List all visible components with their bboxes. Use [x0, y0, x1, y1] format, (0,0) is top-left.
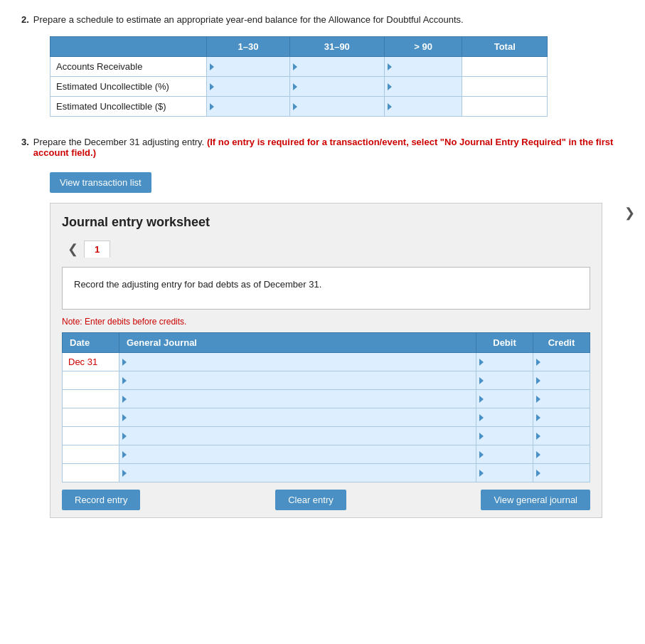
table-row: Estimated Uncollectible (%) [50, 77, 548, 97]
journal-header-date: Date [63, 333, 119, 353]
journal-input-3[interactable] [119, 390, 476, 408]
table-row [63, 371, 590, 390]
debit-input-1[interactable] [476, 353, 533, 371]
journal-input-4[interactable] [119, 408, 476, 427]
credit-input-3[interactable] [533, 390, 590, 408]
ar-total-input[interactable] [462, 57, 548, 77]
schedule-header-empty [50, 37, 207, 57]
journal-worksheet: Journal entry worksheet ❮ 1 Record the a… [50, 203, 602, 518]
journal-header-debit: Debit [476, 333, 533, 353]
row-label-pct: Estimated Uncollectible (%) [50, 77, 207, 97]
pct-gt90-input[interactable] [384, 77, 462, 97]
credit-input-7[interactable] [533, 464, 590, 482]
question-2: 2. Prepare a schedule to estimate an app… [21, 14, 624, 117]
pct-1-30-input[interactable] [207, 77, 290, 97]
credit-input-5[interactable] [533, 427, 590, 445]
credit-input-6[interactable] [533, 445, 590, 464]
view-general-journal-button[interactable]: View general journal [481, 490, 590, 510]
date-cell-empty-2 [63, 390, 119, 408]
schedule-header-31-90: 31–90 [289, 37, 384, 57]
date-cell-dec31: Dec 31 [63, 353, 119, 371]
pct-total-input[interactable] [462, 77, 548, 97]
date-cell-empty-5 [63, 445, 119, 464]
record-entry-button[interactable]: Record entry [62, 490, 140, 510]
table-row: Dec 31 [63, 353, 590, 371]
dollar-31-90-input[interactable] [289, 97, 384, 117]
question-3: 3. Prepare the December 31 adjusting ent… [21, 137, 624, 518]
dollar-gt90-input[interactable] [384, 97, 462, 117]
table-row [63, 408, 590, 427]
journal-header-credit: Credit [533, 333, 590, 353]
credit-input-1[interactable] [533, 353, 590, 371]
ar-1-30-input[interactable] [207, 57, 290, 77]
table-row [63, 464, 590, 482]
table-row: Estimated Uncollectible ($) [50, 97, 548, 117]
q3-number: 3. [21, 137, 29, 147]
instruction-box: Record the adjusting entry for bad debts… [62, 267, 590, 310]
q2-number: 2. [21, 14, 29, 25]
schedule-header-total: Total [462, 37, 548, 57]
date-cell-empty-6 [63, 464, 119, 482]
schedule-header-gt90: > 90 [384, 37, 462, 57]
tab-1[interactable]: 1 [84, 241, 110, 258]
ar-31-90-input[interactable] [289, 57, 384, 77]
bottom-buttons-bar: Record entry Clear entry View general jo… [62, 482, 590, 517]
row-label-dollar: Estimated Uncollectible ($) [50, 97, 207, 117]
clear-entry-button[interactable]: Clear entry [275, 490, 346, 510]
date-cell-empty-3 [63, 408, 119, 427]
ar-gt90-input[interactable] [384, 57, 462, 77]
journal-input-6[interactable] [119, 445, 476, 464]
debit-input-2[interactable] [476, 371, 533, 390]
journal-input-7[interactable] [119, 464, 476, 482]
row-label-ar: Accounts Receivable [50, 57, 207, 77]
journal-input-5[interactable] [119, 427, 476, 445]
debit-input-7[interactable] [476, 464, 533, 482]
journal-input-1[interactable] [119, 353, 476, 371]
journal-header-general: General Journal [119, 333, 476, 353]
debit-input-3[interactable] [476, 390, 533, 408]
prev-tab-arrow[interactable]: ❮ [62, 238, 84, 260]
debit-input-6[interactable] [476, 445, 533, 464]
table-row: Accounts Receivable [50, 57, 548, 77]
table-row [63, 390, 590, 408]
next-tab-arrow[interactable]: ❯ [624, 205, 635, 221]
journal-title: Journal entry worksheet [62, 215, 590, 230]
note-text: Note: Enter debits before credits. [62, 317, 590, 327]
table-row [63, 445, 590, 464]
pct-31-90-input[interactable] [289, 77, 384, 97]
date-cell-empty-4 [63, 427, 119, 445]
q3-text-normal: Prepare the December 31 adjusting entry. [33, 137, 204, 147]
debit-input-4[interactable] [476, 408, 533, 427]
journal-input-2[interactable] [119, 371, 476, 390]
credit-input-4[interactable] [533, 408, 590, 427]
tab-navigation: ❮ 1 [62, 238, 590, 260]
dollar-total-input[interactable] [462, 97, 548, 117]
q2-text: Prepare a schedule to estimate an approp… [33, 14, 464, 25]
instruction-text: Record the adjusting entry for bad debts… [74, 279, 321, 290]
schedule-header-1-30: 1–30 [207, 37, 290, 57]
debit-input-5[interactable] [476, 427, 533, 445]
schedule-table: 1–30 31–90 > 90 Total Accounts Receivabl… [50, 36, 548, 117]
date-cell-empty-1 [63, 371, 119, 390]
view-transaction-button[interactable]: View transaction list [50, 172, 151, 193]
journal-table: Date General Journal Debit Credit Dec 31 [62, 332, 590, 482]
table-row [63, 427, 590, 445]
credit-input-2[interactable] [533, 371, 590, 390]
dollar-1-30-input[interactable] [207, 97, 290, 117]
